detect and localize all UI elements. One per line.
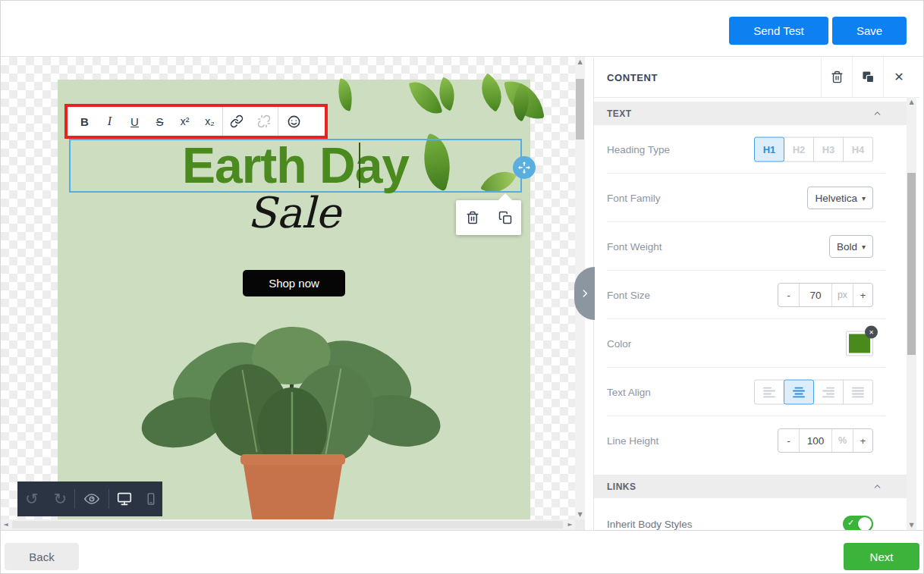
copy-filled-icon (862, 71, 875, 83)
shop-now-button[interactable]: Shop now (243, 270, 345, 296)
next-button[interactable]: Next (844, 543, 919, 570)
align-left-icon (762, 387, 776, 397)
panel-close-button[interactable]: ✕ (883, 57, 914, 97)
vertical-scroll-thumb[interactable] (576, 79, 584, 140)
clear-color-button[interactable]: ✕ (865, 326, 878, 339)
text-align-row: Text Align (594, 368, 908, 416)
font-size-decrease-button[interactable]: - (778, 284, 799, 306)
toggle-knob (858, 517, 872, 530)
move-handle[interactable] (513, 156, 536, 179)
line-height-unit: % (832, 429, 853, 452)
panel-header: CONTENT ✕ (594, 57, 919, 98)
font-size-unit: px (832, 284, 853, 306)
subscript-button[interactable]: x₂ (197, 107, 222, 136)
scroll-up-arrow[interactable]: ▲ (575, 57, 585, 67)
leaf-decoration (334, 78, 357, 111)
remove-link-button[interactable] (250, 107, 278, 136)
section-header-text[interactable]: TEXT (594, 102, 908, 125)
align-center-button[interactable] (784, 380, 814, 405)
chevron-up-icon (872, 108, 882, 118)
panel-duplicate-button[interactable] (852, 57, 883, 97)
line-height-value[interactable]: 100 (799, 429, 832, 452)
align-justify-icon (851, 387, 865, 397)
design-canvas[interactable]: B I U S x² x₂ (1, 57, 575, 519)
move-icon (517, 161, 531, 174)
insert-link-button[interactable] (223, 107, 250, 136)
canvas-horizontal-scrollbar[interactable]: ◄ ► (1, 519, 575, 530)
line-height-increase-button[interactable]: + (853, 429, 872, 452)
scroll-left-arrow[interactable]: ◄ (1, 519, 11, 530)
email-preview[interactable]: B I U S x² x₂ (58, 80, 530, 519)
emoji-button[interactable] (278, 107, 309, 136)
plant-image[interactable] (130, 316, 456, 519)
align-left-button[interactable] (754, 380, 784, 405)
close-icon: ✕ (894, 70, 904, 84)
heading-text[interactable]: Earth Day (71, 140, 520, 191)
selected-heading-block[interactable]: Earth Day (69, 139, 522, 193)
mobile-view-button[interactable] (139, 481, 162, 516)
duplicate-element-button[interactable] (498, 211, 512, 224)
preview-button[interactable] (75, 481, 108, 516)
horizontal-scroll-thumb[interactable] (12, 521, 563, 529)
h1-button[interactable]: H1 (754, 137, 784, 162)
copy-icon (498, 211, 512, 224)
line-height-row: Line Height - 100 % + (594, 416, 908, 465)
section-header-links[interactable]: LINKS (594, 475, 908, 498)
field-label: Color (607, 338, 631, 350)
text-cursor (359, 143, 360, 188)
delete-element-button[interactable] (466, 211, 479, 224)
font-weight-select[interactable]: Bold ▾ (829, 235, 873, 258)
font-family-value: Helvetica (815, 193, 857, 204)
content-settings-panel: CONTENT ✕ (593, 57, 919, 530)
scroll-right-arrow[interactable]: ► (565, 519, 575, 530)
field-label: Text Align (607, 387, 651, 398)
h2-button[interactable]: H2 (784, 137, 814, 162)
back-button[interactable]: Back (5, 543, 79, 570)
section-label: LINKS (607, 481, 636, 492)
font-size-row: Font Size - 70 px + (594, 271, 908, 319)
desktop-view-button[interactable] (109, 481, 140, 516)
chevron-down-icon: ▾ (862, 194, 866, 202)
strikethrough-button[interactable]: S (147, 107, 172, 136)
top-bar: Send Test Save (1, 1, 923, 57)
footer-bar: Back Next (1, 530, 923, 574)
chevron-right-icon (580, 288, 590, 299)
emoji-icon (287, 114, 301, 129)
h4-button[interactable]: H4 (843, 137, 873, 162)
save-button[interactable]: Save (832, 17, 907, 45)
panel-scrollbar[interactable]: ▲ ▼ (907, 97, 916, 530)
bold-button[interactable]: B (72, 107, 97, 136)
inherit-body-styles-row: Inherit Body Styles ✓ (594, 500, 908, 530)
link-icon (230, 114, 244, 128)
scroll-down-arrow[interactable]: ▼ (575, 510, 585, 519)
font-family-select[interactable]: Helvetica ▾ (807, 187, 873, 209)
align-right-icon (822, 387, 835, 397)
superscript-button[interactable]: x² (172, 107, 197, 136)
undo-button[interactable]: ↺ (17, 481, 46, 516)
font-size-value[interactable]: 70 (799, 284, 832, 306)
panel-scroll-thumb[interactable] (907, 173, 916, 355)
underline-button[interactable]: U (122, 107, 147, 136)
panel-delete-button[interactable] (821, 57, 852, 97)
scroll-down-arrow[interactable]: ▼ (907, 520, 916, 530)
scroll-up-arrow[interactable]: ▲ (907, 97, 916, 107)
trash-icon (466, 211, 479, 224)
font-size-increase-button[interactable]: + (853, 284, 872, 306)
inherit-body-styles-toggle[interactable]: ✓ (843, 516, 873, 530)
field-label: Inherit Body Styles (607, 519, 693, 530)
h3-button[interactable]: H3 (813, 137, 844, 162)
send-test-button[interactable]: Send Test (729, 17, 828, 45)
scrollbar-corner (575, 519, 585, 530)
panel-title: CONTENT (607, 71, 658, 83)
align-justify-button[interactable] (843, 380, 873, 405)
color-swatch[interactable]: ✕ (846, 331, 873, 356)
font-weight-row: Font Weight Bold ▾ (594, 222, 908, 271)
line-height-decrease-button[interactable]: - (778, 429, 799, 452)
eye-icon (83, 491, 100, 507)
element-actions-toolbar (456, 200, 521, 235)
italic-button[interactable]: I (97, 107, 122, 136)
align-right-button[interactable] (813, 380, 844, 405)
monitor-icon (116, 491, 133, 507)
redo-button[interactable]: ↻ (46, 481, 75, 516)
email-editor-window: Send Test Save B (0, 0, 924, 574)
